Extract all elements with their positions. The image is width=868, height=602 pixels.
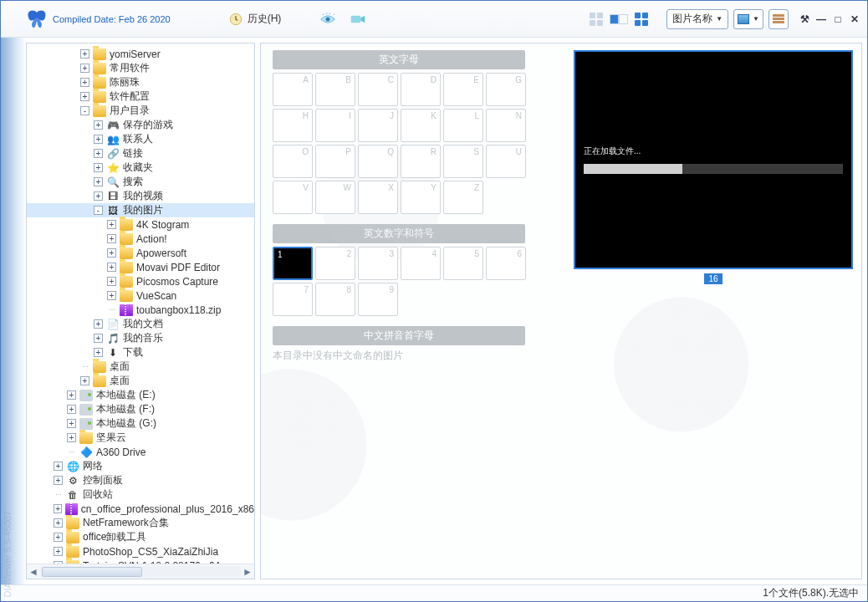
tree-node[interactable]: +本地磁盘 (F:) xyxy=(27,402,254,416)
filter-cell[interactable]: K xyxy=(401,109,441,142)
expand-toggle[interactable]: + xyxy=(94,334,103,343)
expand-toggle[interactable]: + xyxy=(67,405,76,414)
tree-node[interactable]: +桌面 xyxy=(27,374,254,388)
expand-toggle[interactable]: + xyxy=(80,78,89,87)
filter-cell[interactable]: Q xyxy=(358,145,398,178)
tree-node[interactable]: +⬇下载 xyxy=(27,345,254,360)
filter-cell[interactable]: 5 xyxy=(443,247,483,280)
expand-toggle[interactable]: + xyxy=(94,177,103,186)
expand-toggle[interactable]: + xyxy=(67,419,76,428)
tree-node[interactable]: +Apowersoft xyxy=(27,246,254,260)
filter-cell[interactable]: X xyxy=(358,181,398,214)
tree-node[interactable]: +本地磁盘 (E:) xyxy=(27,388,254,402)
view-mode-dropdown[interactable]: ▼ xyxy=(733,9,763,29)
filter-cell[interactable]: 3 xyxy=(358,247,398,280)
expand-toggle[interactable]: + xyxy=(94,348,103,357)
filter-cell[interactable]: D xyxy=(401,73,441,106)
expand-toggle[interactable]: + xyxy=(94,149,103,158)
tree-node[interactable]: +陈丽珠 xyxy=(27,75,254,89)
expand-toggle[interactable]: + xyxy=(54,533,63,542)
tree-node[interactable]: ⋯🗑回收站 xyxy=(27,487,254,502)
expand-toggle[interactable]: + xyxy=(94,319,103,329)
tree-node[interactable]: +VueScan xyxy=(27,288,254,303)
tree-node[interactable]: +PhotoShop_CS5_XiaZaiZhiJia xyxy=(27,544,254,559)
tree-node[interactable]: -🖼我的图片 xyxy=(27,203,254,217)
expand-toggle[interactable]: + xyxy=(80,64,89,73)
filter-cell[interactable]: 2 xyxy=(315,247,355,280)
expand-toggle[interactable]: + xyxy=(54,518,63,528)
expand-toggle[interactable]: + xyxy=(107,248,116,258)
expand-toggle[interactable]: + xyxy=(54,561,63,564)
tree-node[interactable]: +🔍搜索 xyxy=(27,175,254,189)
tree-node[interactable]: ⋯桌面 xyxy=(27,360,254,374)
filter-cell[interactable]: W xyxy=(315,181,355,214)
eye-tool-button[interactable] xyxy=(313,8,343,31)
scroll-left-icon[interactable]: ◄ xyxy=(27,565,40,579)
tree-node[interactable]: +Action! xyxy=(27,232,254,246)
expand-toggle[interactable]: + xyxy=(107,263,116,272)
folder-tree[interactable]: +yomiServer+常用软件+陈丽珠+软件配置-用户目录+🎮保存的游戏+👥联… xyxy=(27,43,254,564)
filter-cell[interactable]: I xyxy=(315,109,355,142)
filter-cell[interactable]: P xyxy=(315,145,355,178)
tree-node[interactable]: +Movavi PDF Editor xyxy=(27,260,254,274)
tree-node[interactable]: +🎞我的视频 xyxy=(27,189,254,203)
expand-toggle[interactable]: + xyxy=(67,433,76,442)
tree-node[interactable]: +TortoiseSVN-1.10.0.28176-x64 xyxy=(27,559,254,564)
tree-node[interactable]: +常用软件 xyxy=(27,61,254,75)
expand-toggle[interactable]: + xyxy=(94,163,103,172)
view-split[interactable] xyxy=(610,14,628,24)
tree-node[interactable]: +👥联系人 xyxy=(27,132,254,146)
tree-node[interactable]: -用户目录 xyxy=(27,104,254,118)
tree-node[interactable]: +⚙控制面板 xyxy=(27,473,254,487)
expand-toggle[interactable]: + xyxy=(107,234,116,243)
settings-button[interactable]: ⚒ xyxy=(799,13,810,25)
tree-node[interactable]: +⭐收藏夹 xyxy=(27,161,254,175)
expand-toggle[interactable]: + xyxy=(80,376,89,385)
filter-cell[interactable]: A xyxy=(273,73,313,106)
expand-toggle[interactable]: + xyxy=(67,390,76,400)
tree-node[interactable]: +Picosmos Capture xyxy=(27,274,254,288)
history-button[interactable]: 历史(H) xyxy=(221,8,288,31)
filter-cell[interactable]: 8 xyxy=(315,283,355,316)
filter-cell[interactable]: V xyxy=(273,181,313,214)
filter-cell[interactable]: U xyxy=(486,145,526,178)
expand-toggle[interactable]: + xyxy=(54,504,62,513)
tree-node[interactable]: ⋯🔷A360 Drive xyxy=(27,445,254,459)
tree-node[interactable]: +坚果云 xyxy=(27,431,254,445)
tree-node[interactable]: +🎮保存的游戏 xyxy=(27,118,254,132)
expand-toggle[interactable]: + xyxy=(80,92,89,101)
expand-toggle[interactable]: + xyxy=(107,277,116,286)
tree-node[interactable]: +🌐网络 xyxy=(27,459,254,473)
tree-node[interactable]: +cn_office_professional_plus_2016_x86 xyxy=(27,502,254,516)
filter-cell[interactable]: L xyxy=(443,109,483,142)
expand-toggle[interactable]: + xyxy=(107,291,116,300)
tree-node[interactable]: +NetFramework合集 xyxy=(27,516,254,530)
filter-cell[interactable]: N xyxy=(486,109,526,142)
expand-toggle[interactable]: + xyxy=(54,476,63,485)
view-small-icons[interactable] xyxy=(588,11,605,28)
tree-node[interactable]: +📄我的文档 xyxy=(27,317,254,331)
expand-toggle[interactable]: + xyxy=(54,462,63,471)
list-mode-dropdown[interactable] xyxy=(768,9,789,29)
filter-cell[interactable]: 7 xyxy=(273,283,313,316)
filter-cell[interactable]: G xyxy=(486,73,526,106)
expand-toggle[interactable]: + xyxy=(54,547,63,556)
tree-node[interactable]: +🔗链接 xyxy=(27,146,254,161)
camera-tool-button[interactable] xyxy=(343,8,373,31)
expand-toggle[interactable]: - xyxy=(80,106,89,115)
filter-cell[interactable]: S xyxy=(443,145,483,178)
expand-toggle[interactable]: - xyxy=(94,206,103,215)
tree-node[interactable]: ⋯toubangbox118.zip xyxy=(27,303,254,317)
tree-node[interactable]: +软件配置 xyxy=(27,89,254,104)
filter-cell[interactable]: J xyxy=(358,109,398,142)
filter-cell[interactable]: C xyxy=(358,73,398,106)
sort-dropdown[interactable]: 图片名称 ▼ xyxy=(666,9,728,29)
minimize-button[interactable]: — xyxy=(815,13,827,25)
expand-toggle[interactable]: + xyxy=(94,191,103,201)
filter-cell[interactable]: 1 xyxy=(273,247,313,280)
filter-cell[interactable]: Z xyxy=(443,181,483,214)
filter-cell[interactable]: 6 xyxy=(486,247,526,280)
expand-toggle[interactable]: + xyxy=(94,120,103,130)
scroll-thumb[interactable] xyxy=(42,567,142,577)
tree-node[interactable]: +office卸载工具 xyxy=(27,530,254,544)
